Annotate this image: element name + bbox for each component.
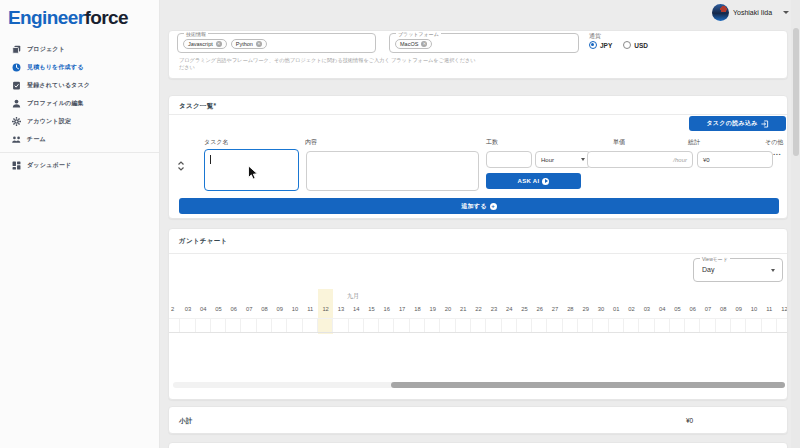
gantt-date-label: 24 — [502, 306, 517, 312]
view-mode-label: Viewモード — [700, 256, 730, 262]
drag-handle-icon[interactable] — [177, 157, 185, 175]
total-input[interactable]: ¥0 — [697, 151, 773, 168]
gantt-date-label: 07 — [700, 306, 715, 312]
gantt-date-label: 2 — [168, 306, 180, 312]
remove-chip-icon[interactable]: ✕ — [421, 41, 427, 47]
logo-part-force: force — [85, 7, 128, 28]
gantt-date-label: 20 — [440, 306, 455, 312]
gantt-grid-cell — [394, 319, 409, 332]
gantt-grid-cell — [241, 319, 256, 332]
tech-chips: Javascript✕Python✕ — [183, 39, 267, 49]
sidebar-item-label: プロジェクト — [27, 45, 65, 54]
gantt-grid-cell — [578, 319, 593, 332]
gantt-grid-cell — [410, 319, 425, 332]
gantt-date-label: 11 — [303, 306, 318, 312]
add-task-button[interactable]: 追加する + — [179, 198, 779, 214]
gantt-grid-cell — [456, 319, 471, 332]
currency-radio-group: JPYUSD — [589, 41, 648, 49]
gantt-grid-cell — [624, 319, 639, 332]
gantt-date-label: 10 — [287, 306, 302, 312]
gantt-timeline[interactable]: 九月 2030405060708091011121314151617181920… — [168, 289, 788, 334]
gantt-date-label: 26 — [532, 306, 547, 312]
chip-label: Javascript — [188, 41, 213, 47]
sidebar-item-create-estimate[interactable]: 見積もりを作成する — [0, 58, 159, 76]
gantt-grid-cell — [486, 319, 501, 332]
tech-chip[interactable]: Python✕ — [231, 39, 267, 49]
gantt-grid-cell — [563, 319, 578, 332]
column-label-effort: 工数 — [486, 138, 498, 147]
radio-button-icon — [623, 41, 631, 49]
gantt-date-label: 25 — [517, 306, 532, 312]
text-cursor — [210, 155, 211, 164]
gantt-date-label: 30 — [593, 306, 608, 312]
avatar[interactable] — [712, 4, 729, 21]
gantt-date-label: 09 — [272, 306, 287, 312]
vertical-scrollbar[interactable] — [791, 0, 800, 448]
horizontal-scrollbar[interactable] — [173, 382, 785, 388]
tech-info-field[interactable]: 技術情報 Javascript✕Python✕ — [177, 33, 376, 53]
sidebar-item-dashboard[interactable]: ダッシュボード — [0, 152, 159, 174]
view-mode-select[interactable]: Viewモード Day — [693, 258, 783, 282]
tech-chip[interactable]: Javascript✕ — [183, 39, 227, 49]
gantt-grid-cell — [333, 319, 348, 332]
sidebar-item-edit-profile[interactable]: プロファイルの編集 — [0, 94, 159, 112]
gantt-date-label: 18 — [410, 306, 425, 312]
sidebar-item-account-settings[interactable]: アカウント設定 — [0, 112, 159, 130]
currency-label: 通貨 — [589, 32, 601, 41]
sidebar-item-registered-tasks[interactable]: 登録されているタスク — [0, 76, 159, 94]
gantt-grid-cell — [168, 319, 180, 332]
gantt-grid-cell — [349, 319, 364, 332]
ask-ai-label: ASK AI — [518, 178, 540, 184]
effort-unit-select[interactable]: Hour — [535, 151, 591, 168]
plus-circle-icon: + — [490, 203, 497, 210]
gantt-date-label: 23 — [486, 306, 501, 312]
total-value: ¥0 — [703, 157, 710, 163]
effort-input[interactable] — [486, 151, 532, 168]
remove-chip-icon[interactable]: ✕ — [256, 41, 262, 47]
gantt-date-label: 03 — [639, 306, 654, 312]
gantt-grid-cell — [532, 319, 547, 332]
more-options-button[interactable]: ... — [773, 148, 781, 157]
gantt-grid-cell — [762, 319, 777, 332]
chevron-down-icon[interactable] — [783, 11, 789, 14]
remove-chip-icon[interactable]: ✕ — [216, 41, 222, 47]
currency-radio-jpy[interactable]: JPY — [589, 41, 612, 49]
gantt-grid-cell — [517, 319, 532, 332]
gantt-grid-cell — [211, 319, 226, 332]
gantt-grid-cell — [257, 319, 272, 332]
ask-ai-button[interactable]: ASK AI — [486, 173, 581, 189]
horizontal-scrollbar-thumb[interactable] — [391, 382, 785, 388]
gantt-grid-cell — [303, 319, 318, 332]
user-name[interactable]: Yoshiaki Iida — [733, 9, 772, 16]
gantt-grid-cell — [471, 319, 486, 332]
gantt-grid-cell — [716, 319, 731, 332]
copy-icon — [12, 45, 21, 54]
gantt-card: ガントチャート Viewモード Day 九月 20304050607080910… — [168, 228, 788, 400]
gantt-grid-cell — [700, 319, 715, 332]
logo: Engineerforce — [8, 7, 128, 29]
platform-field[interactable]: プラットフォーム MacOS✕ — [389, 33, 579, 53]
vertical-scrollbar-thumb[interactable] — [793, 28, 799, 156]
logo-part-engineer: Engineer — [8, 7, 85, 28]
gantt-date-label: 05 — [211, 306, 226, 312]
radio-label: USD — [634, 42, 648, 49]
sidebar-item-project[interactable]: プロジェクト — [0, 40, 159, 58]
gantt-grid-cell — [287, 319, 302, 332]
platform-chips: MacOS✕ — [395, 39, 432, 49]
unit-price-input[interactable]: /hour — [587, 151, 693, 168]
gantt-grid-cell — [502, 319, 517, 332]
load-tasks-button[interactable]: タスクの読み込み — [689, 116, 786, 131]
currency-radio-usd[interactable]: USD — [623, 41, 648, 49]
sidebar-nav: プロジェクト見積もりを作成する登録されているタスクプロファイルの編集アカウント設… — [0, 40, 159, 174]
sidebar-item-team[interactable]: チーム — [0, 130, 159, 148]
gantt-grid-cell — [425, 319, 440, 332]
column-label-total: 総計 — [688, 138, 700, 147]
task-description-input[interactable] — [306, 151, 479, 191]
mouse-cursor — [247, 165, 258, 181]
radio-label: JPY — [600, 42, 612, 49]
gantt-date-label: 12 — [777, 306, 788, 312]
platform-chip[interactable]: MacOS✕ — [395, 39, 432, 49]
gantt-date-label: 03 — [180, 306, 195, 312]
gantt-date-label: 02 — [624, 306, 639, 312]
gantt-date-label: 04 — [196, 306, 211, 312]
